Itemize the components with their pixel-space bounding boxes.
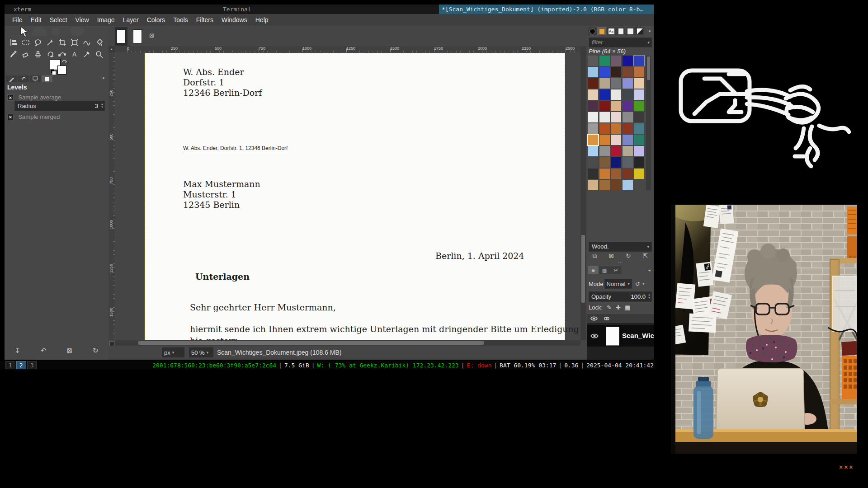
undo-button[interactable]: ↶ — [41, 347, 47, 355]
tab-brushes[interactable] — [588, 27, 597, 35]
titlebar-xterm[interactable]: xterm — [14, 5, 31, 14]
visibility-column-icon[interactable] — [590, 316, 598, 321]
pattern-swatch[interactable] — [623, 157, 633, 168]
pattern-swatch[interactable] — [588, 169, 598, 179]
menu-help[interactable]: Help — [251, 14, 273, 26]
pattern-swatch[interactable] — [634, 56, 644, 66]
image-tab-2[interactable] — [131, 27, 144, 46]
pattern-swatch[interactable] — [634, 123, 644, 134]
radius-spinbox[interactable]: Radius 3 ▲▼ — [14, 101, 105, 111]
free-select-tool[interactable] — [32, 37, 44, 48]
pattern-swatch[interactable] — [634, 89, 644, 100]
pattern-swatch[interactable] — [588, 78, 598, 89]
pattern-swatch[interactable] — [623, 56, 633, 66]
dock-menu-icon[interactable]: ◂ — [648, 28, 651, 33]
lock-alpha-icon[interactable]: ▦ — [625, 304, 630, 311]
pattern-swatch[interactable] — [588, 146, 598, 156]
pattern-swatch[interactable] — [634, 78, 644, 89]
pattern-swatch[interactable] — [599, 78, 610, 89]
pattern-swatch[interactable] — [611, 78, 621, 89]
align-tool[interactable] — [7, 37, 19, 48]
pattern-swatch[interactable] — [634, 157, 644, 168]
pattern-swatch[interactable] — [599, 89, 610, 100]
menu-tools[interactable]: Tools — [169, 14, 192, 26]
radius-spinner[interactable]: ▲▼ — [100, 103, 104, 109]
menu-layer[interactable]: Layer — [119, 14, 143, 26]
clone-tool[interactable] — [32, 48, 44, 60]
pattern-swatch[interactable] — [623, 101, 633, 111]
close-image-icon[interactable]: ⊠ — [149, 32, 154, 39]
pattern-swatch[interactable] — [623, 180, 633, 190]
mode-options-icon[interactable]: ▾ — [642, 282, 645, 286]
sample-average-checkbox[interactable]: × — [7, 94, 14, 101]
pattern-swatch[interactable] — [599, 123, 610, 134]
pattern-swatch[interactable] — [588, 89, 598, 100]
pattern-swatch[interactable] — [611, 135, 621, 145]
background-color-swatch[interactable] — [57, 66, 66, 75]
pattern-swatch[interactable] — [623, 112, 633, 122]
pattern-swatch[interactable] — [599, 180, 610, 190]
swap-colors-icon[interactable] — [61, 58, 68, 64]
pattern-filter-input[interactable]: filter ▾ — [589, 38, 652, 47]
tab-fonts[interactable]: Aa — [607, 27, 616, 35]
reset-button[interactable]: ↻ — [93, 347, 99, 355]
pattern-swatch[interactable] — [599, 169, 610, 179]
pattern-swatch[interactable] — [623, 89, 633, 100]
pattern-swatch[interactable] — [634, 112, 644, 122]
sample-merged-checkbox[interactable]: × — [7, 114, 14, 120]
eraser-tool[interactable] — [19, 48, 32, 60]
pattern-swatch[interactable] — [599, 157, 610, 168]
menu-image[interactable]: Image — [93, 14, 119, 26]
unit-dropdown[interactable]: px▾ — [162, 347, 184, 357]
menu-file[interactable]: File — [8, 14, 27, 26]
pattern-swatch[interactable] — [611, 101, 621, 111]
horizontal-ruler[interactable]: 02505007501000125015001750200022502500 — [115, 46, 580, 52]
color-picker-tool[interactable] — [80, 48, 93, 60]
workspace-button-3[interactable]: 3 — [27, 361, 37, 369]
lock-pixels-icon[interactable]: ✎ — [607, 304, 612, 311]
tab-channels[interactable]: ▥ — [599, 266, 610, 274]
pattern-swatch[interactable] — [623, 67, 633, 77]
layer-thumbnail[interactable] — [606, 327, 619, 346]
pattern-swatch[interactable] — [634, 135, 644, 145]
pattern-swatch[interactable] — [623, 78, 633, 89]
image-tab-1[interactable] — [115, 27, 127, 46]
layer-name[interactable]: Scan_Wic — [622, 332, 654, 339]
zoom-tool[interactable] — [93, 48, 105, 60]
menu-view[interactable]: View — [71, 14, 93, 26]
delete-button[interactable]: ⊠ — [66, 347, 72, 355]
opacity-slider[interactable]: Opacity 100.0 ▲▼ — [589, 291, 652, 302]
tab-paths[interactable]: ✂ — [610, 266, 621, 274]
pattern-swatch[interactable] — [623, 169, 633, 179]
pattern-swatch[interactable] — [599, 67, 610, 77]
paintbrush-tool[interactable] — [7, 48, 19, 60]
crop-tool[interactable] — [56, 37, 68, 48]
pattern-swatch[interactable] — [588, 180, 598, 190]
rectangle-select-tool[interactable] — [19, 37, 32, 48]
pattern-swatch[interactable] — [599, 56, 610, 66]
pattern-swatch[interactable] — [634, 67, 644, 77]
pattern-swatch[interactable] — [634, 146, 644, 156]
smudge-tool[interactable] — [44, 48, 56, 60]
pattern-swatch[interactable] — [588, 112, 598, 122]
pattern-swatch[interactable] — [611, 112, 621, 122]
link-column-icon[interactable] — [604, 316, 609, 321]
pattern-swatch[interactable] — [611, 89, 621, 100]
pattern-swatch[interactable] — [588, 157, 598, 168]
tab-layers[interactable]: ≡ — [588, 266, 599, 274]
sample-average-row[interactable]: × Sample average — [7, 93, 61, 101]
radius-value[interactable]: 3 — [95, 101, 98, 111]
document-page[interactable]: W. Abs. Ender Dorfstr. 1 12346 Berlin-Do… — [145, 53, 565, 340]
pattern-swatch[interactable] — [623, 123, 633, 134]
pattern-swatch[interactable] — [634, 169, 644, 179]
tab-undo-history[interactable]: ↶ — [18, 75, 29, 82]
pattern-swatch[interactable] — [588, 101, 598, 111]
unified-transform-tool[interactable] — [68, 37, 80, 48]
layer-visibility-icon[interactable] — [590, 333, 599, 338]
pattern-swatch[interactable] — [611, 180, 621, 190]
pattern-scrollbar[interactable] — [646, 56, 651, 190]
menu-filters[interactable]: Filters — [192, 14, 217, 26]
pattern-swatch[interactable] — [588, 123, 598, 134]
pattern-swatch[interactable] — [599, 112, 610, 122]
tab-tool-options[interactable] — [6, 75, 17, 82]
